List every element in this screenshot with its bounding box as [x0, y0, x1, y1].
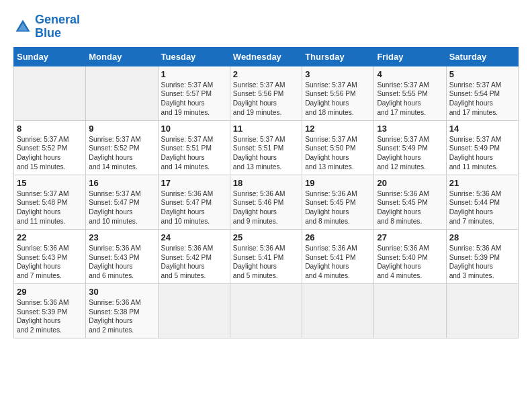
- logo: GeneralBlue: [13, 13, 80, 40]
- day-cell: 21 Sunrise: 5:36 AM Sunset: 5:44 PM Dayl…: [446, 175, 518, 229]
- day-info: Sunrise: 5:36 AM Sunset: 5:40 PM Dayligh…: [377, 244, 443, 281]
- day-number: 4: [377, 69, 443, 79]
- day-number: 24: [161, 232, 227, 242]
- day-cell: [446, 283, 518, 338]
- header-row: SundayMondayTuesdayWednesdayThursdayFrid…: [14, 47, 519, 66]
- day-cell: 1 Sunrise: 5:37 AM Sunset: 5:57 PM Dayli…: [158, 66, 230, 120]
- day-cell: 9 Sunrise: 5:37 AM Sunset: 5:52 PM Dayli…: [86, 120, 158, 175]
- day-cell: 19 Sunrise: 5:36 AM Sunset: 5:45 PM Dayl…: [302, 175, 374, 229]
- day-number: 20: [377, 178, 443, 188]
- day-cell: 12 Sunrise: 5:37 AM Sunset: 5:50 PM Dayl…: [302, 120, 374, 175]
- day-info: Sunrise: 5:36 AM Sunset: 5:38 PM Dayligh…: [89, 298, 154, 335]
- logo-text: GeneralBlue: [35, 13, 80, 40]
- day-info: Sunrise: 5:37 AM Sunset: 5:56 PM Dayligh…: [305, 81, 371, 118]
- day-info: Sunrise: 5:36 AM Sunset: 5:43 PM Dayligh…: [17, 244, 83, 281]
- day-info: Sunrise: 5:37 AM Sunset: 5:52 PM Dayligh…: [89, 135, 154, 172]
- day-cell: 4 Sunrise: 5:37 AM Sunset: 5:55 PM Dayli…: [374, 66, 446, 120]
- day-info: Sunrise: 5:37 AM Sunset: 5:47 PM Dayligh…: [89, 189, 154, 226]
- day-info: Sunrise: 5:37 AM Sunset: 5:50 PM Dayligh…: [305, 135, 371, 172]
- day-number: 30: [89, 287, 154, 297]
- day-number: 14: [449, 124, 515, 134]
- day-info: Sunrise: 5:37 AM Sunset: 5:55 PM Dayligh…: [377, 81, 443, 118]
- day-cell: 16 Sunrise: 5:37 AM Sunset: 5:47 PM Dayl…: [86, 175, 158, 229]
- day-number: 17: [161, 178, 227, 188]
- day-number: 21: [449, 178, 515, 188]
- week-row-4: 22 Sunrise: 5:36 AM Sunset: 5:43 PM Dayl…: [14, 229, 519, 283]
- day-info: Sunrise: 5:37 AM Sunset: 5:48 PM Dayligh…: [17, 189, 83, 226]
- week-row-1: 1 Sunrise: 5:37 AM Sunset: 5:57 PM Dayli…: [14, 66, 519, 120]
- day-cell: 8 Sunrise: 5:37 AM Sunset: 5:52 PM Dayli…: [14, 120, 86, 175]
- day-cell: 27 Sunrise: 5:36 AM Sunset: 5:40 PM Dayl…: [374, 229, 446, 283]
- day-info: Sunrise: 5:37 AM Sunset: 5:51 PM Dayligh…: [161, 135, 227, 172]
- day-info: Sunrise: 5:36 AM Sunset: 5:46 PM Dayligh…: [233, 189, 299, 226]
- calendar-body: 1 Sunrise: 5:37 AM Sunset: 5:57 PM Dayli…: [14, 66, 519, 338]
- day-info: Sunrise: 5:36 AM Sunset: 5:41 PM Dayligh…: [233, 244, 299, 281]
- day-cell: [14, 66, 86, 120]
- day-cell: [86, 66, 158, 120]
- day-cell: 26 Sunrise: 5:36 AM Sunset: 5:41 PM Dayl…: [302, 229, 374, 283]
- day-number: 12: [305, 124, 371, 134]
- day-cell: [158, 283, 230, 338]
- day-cell: [230, 283, 302, 338]
- day-number: 25: [233, 232, 299, 242]
- day-cell: 20 Sunrise: 5:36 AM Sunset: 5:45 PM Dayl…: [374, 175, 446, 229]
- day-info: Sunrise: 5:36 AM Sunset: 5:39 PM Dayligh…: [449, 244, 515, 281]
- header-day-tuesday: Tuesday: [158, 47, 230, 66]
- day-number: 26: [305, 232, 371, 242]
- day-info: Sunrise: 5:37 AM Sunset: 5:49 PM Dayligh…: [377, 135, 443, 172]
- day-cell: 17 Sunrise: 5:36 AM Sunset: 5:47 PM Dayl…: [158, 175, 230, 229]
- day-info: Sunrise: 5:36 AM Sunset: 5:39 PM Dayligh…: [17, 298, 83, 335]
- day-cell: 24 Sunrise: 5:36 AM Sunset: 5:42 PM Dayl…: [158, 229, 230, 283]
- day-info: Sunrise: 5:36 AM Sunset: 5:44 PM Dayligh…: [449, 189, 515, 226]
- page-header: GeneralBlue: [13, 13, 519, 40]
- day-info: Sunrise: 5:36 AM Sunset: 5:41 PM Dayligh…: [305, 244, 371, 281]
- calendar-header: SundayMondayTuesdayWednesdayThursdayFrid…: [14, 47, 519, 66]
- day-number: 29: [17, 287, 83, 297]
- day-info: Sunrise: 5:37 AM Sunset: 5:57 PM Dayligh…: [161, 81, 227, 118]
- day-number: 28: [449, 232, 515, 242]
- day-number: 3: [305, 69, 371, 79]
- header-day-thursday: Thursday: [302, 47, 374, 66]
- day-cell: 14 Sunrise: 5:37 AM Sunset: 5:49 PM Dayl…: [446, 120, 518, 175]
- logo-icon: [13, 17, 32, 36]
- day-number: 8: [17, 124, 83, 134]
- header-day-saturday: Saturday: [446, 47, 518, 66]
- day-cell: 10 Sunrise: 5:37 AM Sunset: 5:51 PM Dayl…: [158, 120, 230, 175]
- day-cell: 11 Sunrise: 5:37 AM Sunset: 5:51 PM Dayl…: [230, 120, 302, 175]
- day-number: 22: [17, 232, 83, 242]
- day-number: 15: [17, 178, 83, 188]
- day-number: 1: [161, 69, 227, 79]
- day-number: 10: [161, 124, 227, 134]
- day-info: Sunrise: 5:36 AM Sunset: 5:43 PM Dayligh…: [89, 244, 154, 281]
- day-info: Sunrise: 5:37 AM Sunset: 5:54 PM Dayligh…: [449, 81, 515, 118]
- day-number: 18: [233, 178, 299, 188]
- day-cell: [302, 283, 374, 338]
- week-row-2: 8 Sunrise: 5:37 AM Sunset: 5:52 PM Dayli…: [14, 120, 519, 175]
- day-info: Sunrise: 5:37 AM Sunset: 5:56 PM Dayligh…: [233, 81, 299, 118]
- day-info: Sunrise: 5:36 AM Sunset: 5:45 PM Dayligh…: [377, 189, 443, 226]
- day-cell: 22 Sunrise: 5:36 AM Sunset: 5:43 PM Dayl…: [14, 229, 86, 283]
- day-cell: 2 Sunrise: 5:37 AM Sunset: 5:56 PM Dayli…: [230, 66, 302, 120]
- day-cell: 29 Sunrise: 5:36 AM Sunset: 5:39 PM Dayl…: [14, 283, 86, 338]
- day-info: Sunrise: 5:37 AM Sunset: 5:49 PM Dayligh…: [449, 135, 515, 172]
- day-number: 13: [377, 124, 443, 134]
- day-info: Sunrise: 5:36 AM Sunset: 5:47 PM Dayligh…: [161, 189, 227, 226]
- day-cell: 13 Sunrise: 5:37 AM Sunset: 5:49 PM Dayl…: [374, 120, 446, 175]
- day-info: Sunrise: 5:37 AM Sunset: 5:51 PM Dayligh…: [233, 135, 299, 172]
- day-cell: 30 Sunrise: 5:36 AM Sunset: 5:38 PM Dayl…: [86, 283, 158, 338]
- day-info: Sunrise: 5:36 AM Sunset: 5:45 PM Dayligh…: [305, 189, 371, 226]
- week-row-3: 15 Sunrise: 5:37 AM Sunset: 5:48 PM Dayl…: [14, 175, 519, 229]
- day-cell: 5 Sunrise: 5:37 AM Sunset: 5:54 PM Dayli…: [446, 66, 518, 120]
- day-number: 11: [233, 124, 299, 134]
- day-number: 9: [89, 124, 154, 134]
- header-day-sunday: Sunday: [14, 47, 86, 66]
- day-number: 23: [89, 232, 154, 242]
- calendar-table: SundayMondayTuesdayWednesdayThursdayFrid…: [13, 47, 519, 338]
- day-cell: 25 Sunrise: 5:36 AM Sunset: 5:41 PM Dayl…: [230, 229, 302, 283]
- header-day-friday: Friday: [374, 47, 446, 66]
- day-number: 2: [233, 69, 299, 79]
- day-number: 19: [305, 178, 371, 188]
- day-number: 16: [89, 178, 154, 188]
- week-row-5: 29 Sunrise: 5:36 AM Sunset: 5:39 PM Dayl…: [14, 283, 519, 338]
- day-cell: 15 Sunrise: 5:37 AM Sunset: 5:48 PM Dayl…: [14, 175, 86, 229]
